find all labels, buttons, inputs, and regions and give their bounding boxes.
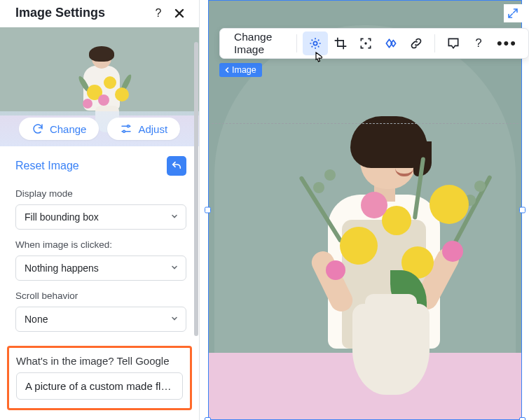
close-icon[interactable] [172,6,186,20]
reset-row: Reset Image [0,146,199,181]
sidebar-scroll-thumb[interactable] [194,42,198,336]
reset-image-link[interactable]: Reset Image [15,160,79,172]
click-action-section: When image is clicked: Nothing happens [0,232,199,284]
help-icon: ? [475,36,481,50]
gear-icon [308,36,322,50]
link-icon [409,36,423,50]
undo-button[interactable] [167,156,186,176]
display-mode-value: Fill bounding box [25,211,99,223]
change-image-toolbar-button[interactable]: Change Image [226,31,291,56]
more-menu[interactable]: ••• [491,34,523,52]
alt-text-input[interactable]: A picture of a custom made flowe… [16,372,183,400]
crop-icon [334,36,348,50]
scroll-behavior-value: None [25,314,48,325]
svg-point-2 [313,41,317,45]
comment-icon [446,36,460,50]
preview-actions: Change Adjust [0,111,199,146]
sliders-icon [120,122,132,135]
resize-handle-right[interactable] [519,207,525,214]
chevron-down-icon [170,211,179,223]
settings-sidebar: Image Settings ? Change [0,0,200,420]
change-image-button[interactable]: Change [19,118,99,140]
adjust-button-label: Adjust [138,123,167,135]
cursor-pointer-icon [312,50,326,70]
tag-label: Image [232,65,256,75]
scroll-behavior-label: Scroll behavior [15,290,186,301]
click-action-value: Nothing happens [25,262,99,274]
expand-icon[interactable] [504,4,522,22]
click-action-select[interactable]: Nothing happens [15,255,186,281]
more-dots-icon: ••• [497,34,517,52]
scroll-behavior-section: Scroll behavior None [0,284,199,335]
animation-tool[interactable] [378,31,404,55]
editor-canvas[interactable]: Change Image ? ••• [200,0,529,420]
focal-point-icon [359,36,373,50]
crop-tool[interactable] [328,31,353,55]
undo-icon [171,160,182,172]
chevron-down-icon [170,314,179,325]
toolbar-help-button[interactable]: ? [466,31,491,55]
resize-handle-bottom-right[interactable] [519,417,525,420]
alt-text-label: What's in the image? Tell Google [16,355,183,367]
element-tag[interactable]: Image [219,63,262,77]
floating-toolbar: Change Image ? ••• [219,28,529,59]
animation-icon [384,36,398,50]
panel-header-actions: ? [151,6,186,20]
svg-point-3 [364,42,366,44]
chevron-down-icon [170,262,179,274]
adjust-image-button[interactable]: Adjust [107,118,180,140]
comment-tool[interactable] [441,31,466,55]
scroll-behavior-select[interactable]: None [15,307,186,332]
resize-handle-bottom-left[interactable] [205,417,211,420]
guide-line [208,123,522,124]
display-mode-section: Display mode Fill bounding box [0,181,199,232]
click-action-label: When image is clicked: [15,239,186,250]
image-preview: Change Adjust [0,27,199,146]
refresh-icon [32,122,44,135]
display-mode-label: Display mode [15,188,186,199]
alt-text-highlight: What's in the image? Tell Google A pictu… [7,346,192,410]
resize-handle-left[interactable] [205,207,211,214]
focal-point-tool[interactable] [353,31,378,55]
change-button-label: Change [50,123,87,135]
panel-title: Image Settings [15,6,105,20]
svg-point-1 [123,130,125,132]
sidebar-scroll-track[interactable] [193,0,199,420]
help-icon[interactable]: ? [151,6,165,20]
svg-point-0 [128,125,130,127]
link-tool[interactable] [404,31,429,55]
display-mode-select[interactable]: Fill bounding box [15,204,186,230]
panel-header: Image Settings ? [0,0,199,27]
chevron-left-icon [224,66,231,74]
